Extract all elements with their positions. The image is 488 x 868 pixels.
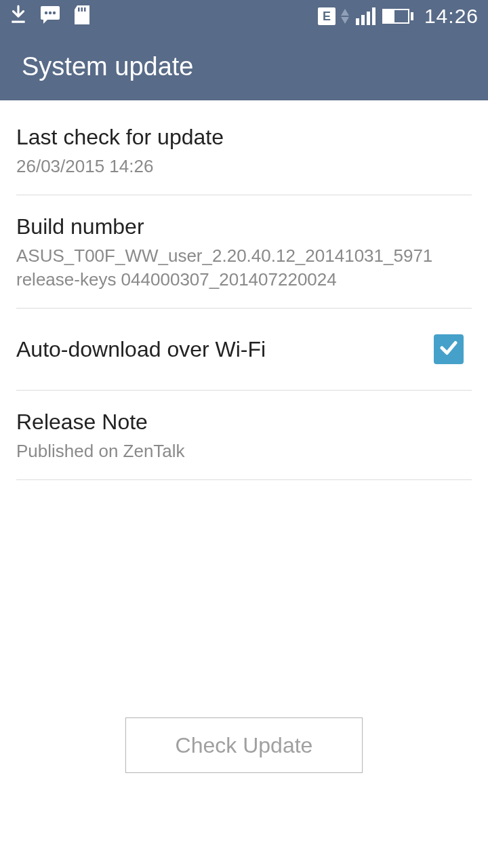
release-note-sub: Published on ZenTalk [16, 439, 472, 463]
svg-rect-4 [78, 7, 80, 12]
svg-rect-6 [84, 7, 86, 12]
signal-icon [356, 7, 375, 25]
build-number-title: Build number [16, 213, 472, 240]
svg-rect-0 [12, 21, 24, 23]
download-icon [9, 5, 27, 28]
auto-download-row[interactable]: Auto-download over Wi-Fi [16, 309, 472, 391]
status-clock: 14:26 [424, 5, 479, 28]
status-icons-right: E 14:26 [318, 5, 479, 28]
release-note-row[interactable]: Release Note Published on ZenTalk [16, 391, 472, 480]
checkmark-icon [439, 338, 459, 361]
last-check-title: Last check for update [16, 123, 472, 151]
build-number-row[interactable]: Build number ASUS_T00F_WW_user_2.20.40.1… [16, 195, 472, 309]
svg-point-1 [45, 12, 47, 14]
last-check-value: 26/03/2015 14:26 [16, 155, 472, 178]
auto-download-checkbox[interactable] [434, 334, 464, 364]
release-note-title: Release Note [16, 408, 472, 435]
bbm-icon [39, 5, 61, 28]
app-header: System update [0, 33, 488, 100]
auto-download-title: Auto-download over Wi-Fi [16, 336, 266, 363]
svg-rect-5 [81, 7, 83, 12]
build-number-value: ASUS_T00F_WW_user_2.20.40.12_20141031_59… [16, 244, 472, 292]
status-bar: E 14:26 [0, 0, 488, 33]
status-icons-left [9, 5, 91, 28]
svg-point-2 [49, 12, 52, 14]
sdcard-icon [73, 5, 91, 28]
edge-indicator-icon: E [318, 7, 336, 25]
settings-list: Last check for update 26/03/2015 14:26 B… [0, 100, 488, 480]
svg-point-3 [53, 12, 56, 14]
footer: Check Update [0, 717, 488, 773]
check-update-button[interactable]: Check Update [125, 717, 363, 773]
data-arrows-icon [341, 9, 349, 24]
last-check-row[interactable]: Last check for update 26/03/2015 14:26 [16, 100, 472, 195]
battery-icon [382, 9, 413, 24]
page-title: System update [22, 52, 193, 81]
